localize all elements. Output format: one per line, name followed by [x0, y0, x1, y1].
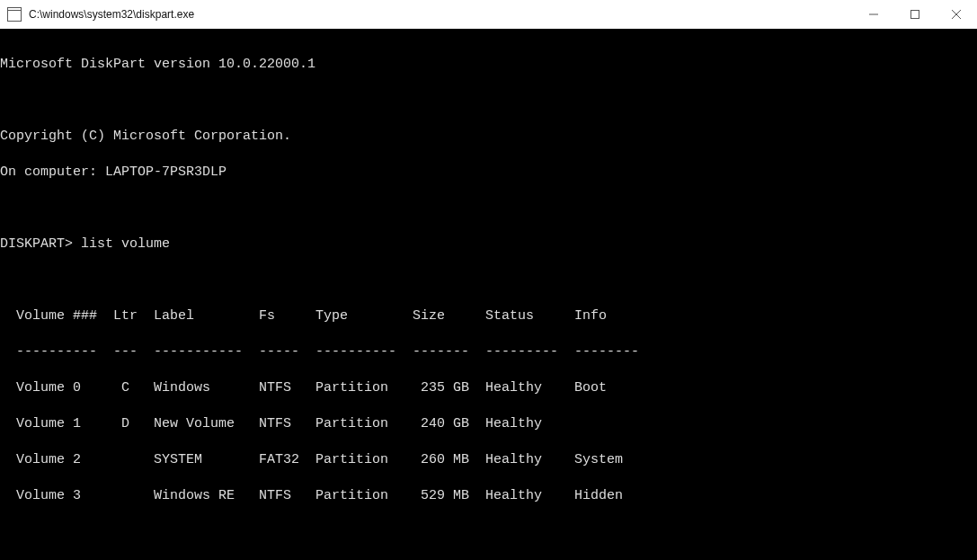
- table-header: Volume ### Ltr Label Fs Type Size Status…: [0, 307, 977, 325]
- window-icon: [7, 7, 22, 22]
- table-row: Volume 3 Windows RE NTFS Partition 529 M…: [0, 487, 977, 505]
- command-text: list volume: [81, 236, 170, 252]
- window-title: C:\windows\system32\diskpart.exe: [29, 8, 194, 21]
- copyright-line: Copyright (C) Microsoft Corporation.: [0, 128, 977, 146]
- close-icon: [952, 10, 961, 19]
- blank-line: [0, 271, 977, 289]
- close-button[interactable]: [936, 0, 977, 29]
- table-row: Volume 1 D New Volume NTFS Partition 240…: [0, 415, 977, 433]
- table-row: Volume 2 SYSTEM FAT32 Partition 260 MB H…: [0, 451, 977, 469]
- app-window: C:\windows\system32\diskpart.exe Microso…: [0, 0, 977, 560]
- minimize-icon: [869, 10, 878, 19]
- blank-line: [0, 92, 977, 110]
- maximize-icon: [910, 10, 919, 19]
- maximize-button[interactable]: [894, 0, 936, 29]
- version-line: Microsoft DiskPart version 10.0.22000.1: [0, 56, 977, 74]
- prompt-label: DISKPART>: [0, 236, 73, 252]
- svg-rect-0: [911, 11, 919, 19]
- blank-line: [0, 200, 977, 218]
- blank-line: [0, 523, 977, 541]
- prompt-line-1: DISKPART> list volume: [0, 236, 977, 253]
- terminal-output[interactable]: Microsoft DiskPart version 10.0.22000.1 …: [0, 29, 977, 560]
- table-row: Volume 0 C Windows NTFS Partition 235 GB…: [0, 379, 977, 397]
- table-divider: ---------- --- ----------- ----- -------…: [0, 343, 977, 361]
- minimize-button[interactable]: [853, 0, 894, 29]
- titlebar[interactable]: C:\windows\system32\diskpart.exe: [0, 0, 977, 29]
- computer-line: On computer: LAPTOP-7PSR3DLP: [0, 164, 977, 182]
